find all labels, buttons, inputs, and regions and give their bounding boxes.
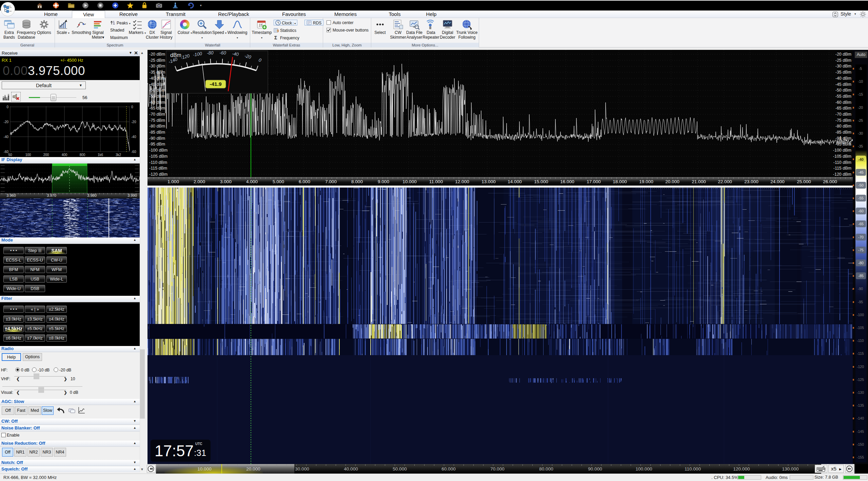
svg-text:-45 dBm: -45 dBm [835, 82, 851, 87]
svg-text:-75 dBm: -75 dBm [835, 118, 851, 123]
svg-text:400: 400 [62, 153, 67, 157]
svg-text:-110 dBm: -110 dBm [149, 160, 167, 165]
svg-text:-35 dBm: -35 dBm [149, 70, 165, 75]
svg-text:-45 dBm: -45 dBm [149, 82, 165, 87]
svg-text:-95 dBm: -95 dBm [835, 142, 851, 147]
svg-text:9: 9 [277, 29, 279, 33]
svg-text:3k2: 3k2 [116, 153, 121, 157]
svg-text:-105 dBm: -105 dBm [833, 154, 851, 159]
svg-text:0: 0 [131, 105, 133, 109]
svg-text:50: 50 [8, 153, 12, 157]
svg-text:-40 dBm: -40 dBm [835, 76, 851, 81]
svg-text:1k6: 1k6 [98, 153, 103, 157]
svg-text:-60: -60 [219, 50, 226, 56]
svg-text:-80: -80 [207, 50, 214, 56]
svg-text:-60: -60 [131, 150, 136, 154]
svg-text:-20 dBm: -20 dBm [149, 52, 165, 57]
svg-text:-40 dBm: -40 dBm [149, 76, 165, 81]
svg-text:-20: -20 [131, 120, 136, 124]
svg-text:-110 dBm: -110 dBm [833, 160, 851, 165]
svg-text:-60 dBm: -60 dBm [149, 100, 165, 105]
svg-text:-60 dBm: -60 dBm [835, 100, 851, 105]
svg-text:200: 200 [43, 153, 49, 157]
svg-text:-40: -40 [131, 135, 136, 139]
svg-text:-60: -60 [4, 150, 9, 154]
svg-text:-95 dBm: -95 dBm [149, 142, 165, 147]
svg-text:-85 dBm: -85 dBm [149, 130, 165, 135]
svg-text:-20 dBm: -20 dBm [835, 52, 851, 57]
svg-text:0: 0 [6, 105, 8, 109]
svg-text:-65 dBm: -65 dBm [149, 106, 165, 111]
svg-text:-100 dBm: -100 dBm [833, 148, 851, 153]
svg-text:-90 dBm: -90 dBm [149, 136, 165, 141]
svg-text:-30 dBm: -30 dBm [149, 64, 165, 69]
svg-text:-85 dBm: -85 dBm [835, 130, 851, 135]
svg-text:-70 dBm: -70 dBm [835, 112, 851, 117]
svg-text:-100 dBm: -100 dBm [149, 148, 167, 153]
svg-text:-105 dBm: -105 dBm [149, 154, 167, 159]
svg-text:-115 dBm: -115 dBm [149, 166, 167, 171]
svg-text:-120 dBm: -120 dBm [833, 172, 851, 177]
svg-text:-20: -20 [4, 120, 9, 124]
svg-text:-41.9: -41.9 [210, 81, 222, 87]
svg-text:-55 dBm: -55 dBm [835, 94, 851, 99]
svg-text:-40: -40 [232, 51, 239, 57]
svg-text:-50 dBm: -50 dBm [149, 88, 165, 93]
svg-text:-70 dBm: -70 dBm [149, 112, 165, 117]
svg-text:-40: -40 [4, 135, 9, 139]
svg-text:800: 800 [80, 153, 85, 157]
svg-text:-35 dBm: -35 dBm [835, 70, 851, 75]
svg-text:-25 dBm: -25 dBm [149, 58, 165, 63]
svg-text:-80 dBm: -80 dBm [835, 124, 851, 129]
svg-text:-55 dBm: -55 dBm [149, 94, 165, 99]
svg-text:-65 dBm: -65 dBm [835, 106, 851, 111]
svg-text:100: 100 [25, 153, 31, 157]
svg-text:-75 dBm: -75 dBm [149, 118, 165, 123]
svg-text:-90 dBm: -90 dBm [835, 136, 851, 141]
svg-text:Σ: Σ [274, 35, 277, 40]
svg-text:-80 dBm: -80 dBm [149, 124, 165, 129]
svg-text:-25 dBm: -25 dBm [835, 58, 851, 63]
svg-text:-115 dBm: -115 dBm [833, 166, 851, 171]
svg-text:-50 dBm: -50 dBm [835, 88, 851, 93]
svg-text:-30 dBm: -30 dBm [835, 64, 851, 69]
svg-text:-120 dBm: -120 dBm [149, 172, 167, 177]
